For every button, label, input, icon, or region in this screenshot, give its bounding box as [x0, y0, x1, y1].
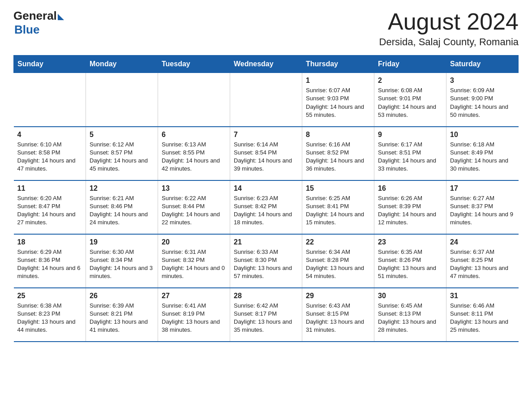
day-info: Sunrise: 6:30 AM Sunset: 8:34 PM Dayligh… — [90, 248, 154, 281]
calendar-cell — [86, 73, 158, 127]
day-info: Sunrise: 6:42 AM Sunset: 8:17 PM Dayligh… — [234, 302, 298, 334]
calendar-week-row: 4Sunrise: 6:10 AM Sunset: 8:58 PM Daylig… — [14, 127, 519, 180]
day-info: Sunrise: 6:34 AM Sunset: 8:28 PM Dayligh… — [306, 248, 370, 281]
calendar-cell: 9Sunrise: 6:17 AM Sunset: 8:51 PM Daylig… — [374, 127, 446, 180]
day-info: Sunrise: 6:27 AM Sunset: 8:37 PM Dayligh… — [450, 194, 515, 227]
day-info: Sunrise: 6:16 AM Sunset: 8:52 PM Dayligh… — [306, 141, 370, 173]
day-number: 20 — [162, 238, 226, 246]
calendar-cell: 20Sunrise: 6:31 AM Sunset: 8:32 PM Dayli… — [158, 234, 230, 288]
day-info: Sunrise: 6:08 AM Sunset: 9:01 PM Dayligh… — [378, 86, 442, 119]
calendar-cell: 27Sunrise: 6:41 AM Sunset: 8:19 PM Dayli… — [158, 288, 230, 342]
calendar-cell: 15Sunrise: 6:25 AM Sunset: 8:41 PM Dayli… — [302, 180, 374, 234]
day-number: 30 — [378, 292, 442, 300]
calendar-cell: 14Sunrise: 6:23 AM Sunset: 8:42 PM Dayli… — [230, 180, 302, 234]
day-info: Sunrise: 6:17 AM Sunset: 8:51 PM Dayligh… — [378, 141, 442, 173]
day-number: 22 — [306, 238, 370, 246]
day-of-week-header: Monday — [86, 56, 158, 73]
calendar-subtitle: Dersida, Salaj County, Romania — [379, 36, 519, 48]
calendar-cell: 28Sunrise: 6:42 AM Sunset: 8:17 PM Dayli… — [230, 288, 302, 342]
day-number: 31 — [450, 292, 515, 300]
calendar-cell — [230, 73, 302, 127]
day-of-week-header: Saturday — [446, 56, 519, 73]
day-info: Sunrise: 6:21 AM Sunset: 8:46 PM Dayligh… — [90, 194, 154, 227]
calendar-cell: 10Sunrise: 6:18 AM Sunset: 8:49 PM Dayli… — [446, 127, 519, 180]
day-info: Sunrise: 6:35 AM Sunset: 8:26 PM Dayligh… — [378, 248, 442, 281]
calendar-cell: 21Sunrise: 6:33 AM Sunset: 8:30 PM Dayli… — [230, 234, 302, 288]
day-of-week-header: Wednesday — [230, 56, 302, 73]
day-number: 27 — [162, 292, 226, 300]
day-header-row: SundayMondayTuesdayWednesdayThursdayFrid… — [14, 56, 519, 73]
calendar-cell: 24Sunrise: 6:37 AM Sunset: 8:25 PM Dayli… — [446, 234, 519, 288]
day-number: 4 — [17, 131, 82, 139]
day-of-week-header: Tuesday — [158, 56, 230, 73]
day-number: 16 — [378, 184, 442, 193]
day-info: Sunrise: 6:41 AM Sunset: 8:19 PM Dayligh… — [162, 302, 226, 334]
day-number: 5 — [90, 131, 154, 139]
logo-triangle-icon — [58, 14, 64, 20]
calendar-week-row: 11Sunrise: 6:20 AM Sunset: 8:47 PM Dayli… — [14, 180, 519, 234]
day-info: Sunrise: 6:18 AM Sunset: 8:49 PM Dayligh… — [450, 141, 515, 173]
day-number: 29 — [306, 292, 370, 300]
day-number: 18 — [17, 238, 82, 246]
calendar-cell: 5Sunrise: 6:12 AM Sunset: 8:57 PM Daylig… — [86, 127, 158, 180]
title-area: August 2024 Dersida, Salaj County, Roman… — [379, 9, 519, 48]
calendar-cell: 31Sunrise: 6:46 AM Sunset: 8:11 PM Dayli… — [446, 288, 519, 342]
calendar-cell: 12Sunrise: 6:21 AM Sunset: 8:46 PM Dayli… — [86, 180, 158, 234]
day-number: 7 — [234, 131, 298, 139]
day-info: Sunrise: 6:43 AM Sunset: 8:15 PM Dayligh… — [306, 302, 370, 334]
day-info: Sunrise: 6:45 AM Sunset: 8:13 PM Dayligh… — [378, 302, 442, 334]
day-number: 3 — [450, 77, 515, 85]
day-info: Sunrise: 6:38 AM Sunset: 8:23 PM Dayligh… — [17, 302, 82, 334]
day-info: Sunrise: 6:33 AM Sunset: 8:30 PM Dayligh… — [234, 248, 298, 281]
day-info: Sunrise: 6:26 AM Sunset: 8:39 PM Dayligh… — [378, 194, 442, 227]
calendar-cell: 22Sunrise: 6:34 AM Sunset: 8:28 PM Dayli… — [302, 234, 374, 288]
day-info: Sunrise: 6:37 AM Sunset: 8:25 PM Dayligh… — [450, 248, 515, 281]
day-info: Sunrise: 6:22 AM Sunset: 8:44 PM Dayligh… — [162, 194, 226, 227]
day-info: Sunrise: 6:25 AM Sunset: 8:41 PM Dayligh… — [306, 194, 370, 227]
day-number: 23 — [378, 238, 442, 246]
day-info: Sunrise: 6:07 AM Sunset: 9:03 PM Dayligh… — [306, 86, 370, 119]
day-number: 24 — [450, 238, 515, 246]
calendar-cell: 17Sunrise: 6:27 AM Sunset: 8:37 PM Dayli… — [446, 180, 519, 234]
calendar-cell: 4Sunrise: 6:10 AM Sunset: 8:58 PM Daylig… — [14, 127, 86, 180]
calendar-cell: 3Sunrise: 6:09 AM Sunset: 9:00 PM Daylig… — [446, 73, 519, 127]
day-number: 28 — [234, 292, 298, 300]
calendar-cell: 1Sunrise: 6:07 AM Sunset: 9:03 PM Daylig… — [302, 73, 374, 127]
calendar-week-row: 25Sunrise: 6:38 AM Sunset: 8:23 PM Dayli… — [14, 288, 519, 342]
calendar-cell: 6Sunrise: 6:13 AM Sunset: 8:55 PM Daylig… — [158, 127, 230, 180]
day-number: 15 — [306, 184, 370, 193]
day-info: Sunrise: 6:46 AM Sunset: 8:11 PM Dayligh… — [450, 302, 515, 334]
day-number: 10 — [450, 131, 515, 139]
day-number: 14 — [234, 184, 298, 193]
day-number: 26 — [90, 292, 154, 300]
day-number: 8 — [306, 131, 370, 139]
calendar-cell: 2Sunrise: 6:08 AM Sunset: 9:01 PM Daylig… — [374, 73, 446, 127]
day-info: Sunrise: 6:29 AM Sunset: 8:36 PM Dayligh… — [17, 248, 82, 281]
day-number: 11 — [17, 184, 82, 193]
calendar-cell: 26Sunrise: 6:39 AM Sunset: 8:21 PM Dayli… — [86, 288, 158, 342]
calendar-cell — [14, 73, 86, 127]
day-number: 12 — [90, 184, 154, 193]
calendar-week-row: 1Sunrise: 6:07 AM Sunset: 9:03 PM Daylig… — [14, 73, 519, 127]
calendar-cell — [158, 73, 230, 127]
logo-general-text: General — [13, 9, 57, 23]
day-of-week-header: Sunday — [14, 56, 86, 73]
logo-blue-text: Blue — [14, 23, 39, 37]
day-number: 9 — [378, 131, 442, 139]
calendar-title: August 2024 — [379, 9, 519, 34]
calendar-cell: 30Sunrise: 6:45 AM Sunset: 8:13 PM Dayli… — [374, 288, 446, 342]
day-of-week-header: Thursday — [302, 56, 374, 73]
day-number: 25 — [17, 292, 82, 300]
day-info: Sunrise: 6:39 AM Sunset: 8:21 PM Dayligh… — [90, 302, 154, 334]
logo: General Blue — [13, 9, 64, 37]
day-info: Sunrise: 6:14 AM Sunset: 8:54 PM Dayligh… — [234, 141, 298, 173]
day-info: Sunrise: 6:12 AM Sunset: 8:57 PM Dayligh… — [90, 141, 154, 173]
day-info: Sunrise: 6:13 AM Sunset: 8:55 PM Dayligh… — [162, 141, 226, 173]
day-number: 21 — [234, 238, 298, 246]
calendar-cell: 7Sunrise: 6:14 AM Sunset: 8:54 PM Daylig… — [230, 127, 302, 180]
day-number: 1 — [306, 77, 370, 85]
calendar-week-row: 18Sunrise: 6:29 AM Sunset: 8:36 PM Dayli… — [14, 234, 519, 288]
header: General Blue August 2024 Dersida, Salaj … — [13, 9, 519, 48]
day-info: Sunrise: 6:20 AM Sunset: 8:47 PM Dayligh… — [17, 194, 82, 227]
calendar-cell: 18Sunrise: 6:29 AM Sunset: 8:36 PM Dayli… — [14, 234, 86, 288]
